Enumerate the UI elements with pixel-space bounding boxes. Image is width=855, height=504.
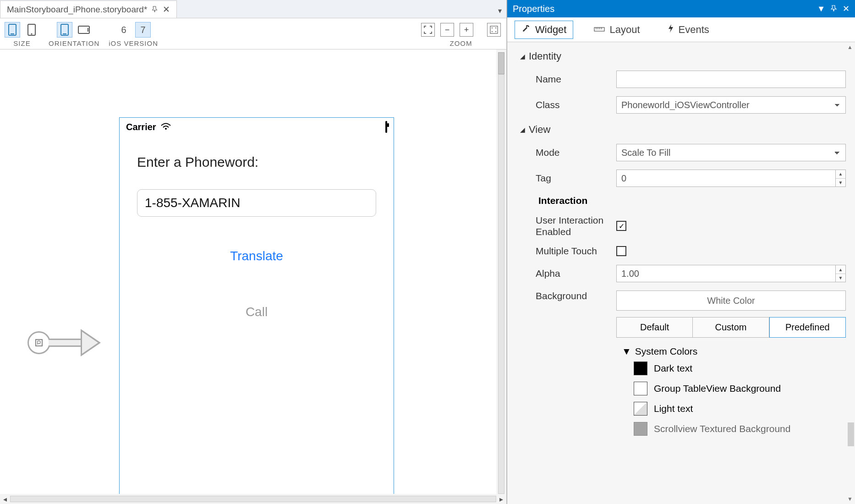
tag-input[interactable]	[616, 170, 836, 187]
phone-view-controller[interactable]: Carrier Enter a Phoneword: Translate Cal…	[119, 117, 394, 504]
ios-version-6-button[interactable]: 6	[116, 22, 132, 38]
svg-rect-8	[490, 26, 498, 33]
designer-toolbar: SIZE ORIENTATION 6 7 iOS VER	[0, 18, 506, 49]
view-header[interactable]: ◢ View	[520, 124, 846, 136]
disclosure-down-icon: ◢	[520, 53, 525, 60]
tabstrip-dropdown-icon[interactable]: ▾	[493, 4, 506, 18]
size-phone-button[interactable]	[5, 22, 20, 38]
svg-point-11	[492, 31, 493, 32]
orientation-landscape-button[interactable]	[76, 22, 92, 38]
spinner-down-icon[interactable]: ▼	[836, 274, 845, 282]
color-item[interactable]: Dark text	[634, 362, 846, 375]
alpha-input[interactable]	[616, 265, 836, 282]
svg-rect-13	[36, 340, 42, 346]
zoom-group: − + ZOOM	[420, 22, 502, 47]
multiple-touch-checkbox[interactable]	[616, 246, 626, 256]
properties-panel: Properties ▼ ✕ Widget Layout	[507, 0, 855, 504]
tag-label: Tag	[520, 173, 616, 184]
color-name: Group TableView Background	[654, 383, 781, 394]
orientation-label: ORIENTATION	[49, 39, 99, 47]
layout-tab-label: Layout	[609, 24, 640, 36]
panel-pin-icon[interactable]	[831, 4, 837, 14]
svg-point-12	[495, 31, 496, 32]
lightning-icon	[668, 24, 674, 35]
properties-tabs: Widget Layout Events	[507, 17, 855, 42]
segment-custom[interactable]: Custom	[693, 317, 769, 338]
close-icon[interactable]: ✕	[163, 4, 170, 15]
ios-version-7-button[interactable]: 7	[135, 22, 151, 38]
orientation-group: ORIENTATION	[49, 22, 99, 47]
tag-spinner[interactable]: ▲▼	[836, 170, 846, 187]
pin-icon[interactable]	[152, 5, 158, 15]
events-tab-label: Events	[679, 24, 709, 36]
entry-point-circle-icon	[27, 331, 50, 354]
entry-point-arrow[interactable]	[27, 329, 101, 356]
color-name: Scrollview Textured Background	[654, 423, 790, 434]
swatch-icon	[634, 382, 647, 395]
call-button[interactable]: Call	[137, 305, 376, 319]
disclosure-down-icon: ▼	[622, 346, 631, 357]
widget-tab-label: Widget	[535, 24, 566, 36]
orientation-portrait-button[interactable]	[57, 22, 72, 38]
panel-close-icon[interactable]: ✕	[843, 4, 850, 14]
document-tab[interactable]: MainStoryboard_iPhone.storyboard* ✕	[0, 0, 177, 18]
ios-version-group: 6 7 iOS VERSION	[109, 22, 158, 47]
widget-tab[interactable]: Widget	[515, 21, 573, 39]
panel-dropdown-icon[interactable]: ▼	[817, 4, 825, 14]
properties-titlebar: Properties ▼ ✕	[507, 0, 855, 17]
scrollbar-thumb[interactable]	[848, 422, 854, 446]
identity-section: ◢ Identity Name Class Phoneworld_iOSView…	[520, 50, 846, 114]
scroll-right-icon[interactable]: ▸	[496, 494, 506, 504]
mode-combobox[interactable]: Scale To Fill	[616, 144, 846, 161]
name-input[interactable]	[616, 71, 846, 88]
spinner-down-icon[interactable]: ▼	[836, 179, 845, 187]
color-item[interactable]: Scrollview Textured Background	[634, 422, 846, 436]
zoom-out-icon[interactable]: −	[440, 23, 454, 37]
background-value[interactable]: White Color	[616, 290, 846, 311]
color-item[interactable]: Light text	[634, 402, 846, 416]
phoneword-input[interactable]	[137, 189, 376, 217]
segment-predefined[interactable]: Predefined	[769, 317, 846, 338]
view-section: ◢ View Mode Scale To Fill Tag	[520, 124, 846, 442]
swatch-icon	[634, 402, 647, 416]
segment-default[interactable]: Default	[616, 317, 693, 338]
color-name: Light text	[654, 403, 693, 414]
wifi-icon	[161, 122, 171, 132]
constraints-icon[interactable]	[487, 23, 501, 37]
canvas-horizontal-scrollbar[interactable]: ◂ ▸	[0, 494, 506, 504]
system-colors-header[interactable]: ▼ System Colors	[622, 346, 846, 357]
identity-header[interactable]: ◢ Identity	[520, 50, 846, 62]
scroll-up-icon[interactable]: ▲	[846, 43, 854, 51]
class-combobox[interactable]: Phoneworld_iOSViewController	[616, 96, 846, 114]
disclosure-down-icon: ◢	[520, 126, 525, 133]
spinner-up-icon[interactable]: ▲	[836, 170, 845, 179]
svg-rect-15	[594, 27, 604, 31]
system-colors-group: ▼ System Colors Dark text Gro	[622, 346, 846, 436]
wrench-icon	[521, 24, 531, 35]
properties-body: ◢ Identity Name Class Phoneworld_iOSView…	[507, 42, 855, 504]
color-item[interactable]: Group TableView Background	[634, 382, 846, 395]
size-tablet-button[interactable]	[24, 22, 39, 38]
zoom-fit-icon[interactable]	[421, 23, 435, 37]
name-label: Name	[520, 74, 616, 85]
identity-title: Identity	[529, 50, 561, 62]
user-interaction-checkbox[interactable]: ✓	[616, 221, 626, 231]
canvas-vertical-scrollbar[interactable]	[496, 49, 506, 494]
size-group: SIZE	[5, 22, 39, 47]
spinner-up-icon[interactable]: ▲	[836, 265, 845, 274]
scroll-down-icon[interactable]: ▼	[846, 495, 854, 503]
translate-button[interactable]: Translate	[137, 249, 376, 263]
ios-version-label: iOS VERSION	[109, 39, 158, 47]
battery-icon	[385, 122, 387, 132]
designer-panel: MainStoryboard_iPhone.storyboard* ✕ ▾	[0, 0, 507, 504]
multiple-touch-label: Multiple Touch	[520, 246, 616, 257]
alpha-spinner[interactable]: ▲▼	[836, 265, 846, 282]
document-tab-title: MainStoryboard_iPhone.storyboard*	[7, 5, 147, 15]
zoom-in-icon[interactable]: +	[460, 23, 473, 37]
scroll-left-icon[interactable]: ◂	[0, 494, 10, 504]
designer-canvas[interactable]: Carrier Enter a Phoneword: Translate Cal…	[0, 49, 506, 504]
layout-tab[interactable]: Layout	[587, 21, 647, 39]
events-tab[interactable]: Events	[661, 21, 716, 39]
size-label: SIZE	[13, 39, 30, 47]
svg-point-10	[495, 27, 496, 28]
